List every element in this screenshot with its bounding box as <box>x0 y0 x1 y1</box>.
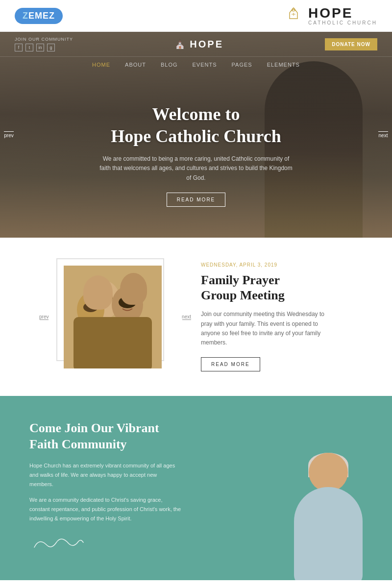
hero-nav-left: JOIN OUR COMMUNITY f t in g <box>15 37 73 51</box>
hero-content: Welcome toHope Catholic Church We are co… <box>0 73 392 238</box>
instagram-icon[interactable]: in <box>36 44 44 51</box>
svg-point-8 <box>93 290 113 305</box>
hero-prev-button[interactable]: prev <box>4 131 14 138</box>
community-signature <box>29 533 181 556</box>
nav-events[interactable]: EVENTS <box>193 62 217 68</box>
nav-pages[interactable]: PAGES <box>232 62 252 68</box>
events-photo-svg <box>64 266 162 368</box>
hero-logo-icon: ⛪ <box>174 39 187 49</box>
person-body <box>294 487 363 580</box>
svg-point-10 <box>83 302 98 312</box>
hero-nav-logo: ⛪ HOPE <box>174 39 223 50</box>
church-logo: HOPE CATHOLIC CHURCH <box>284 6 377 25</box>
nav-home[interactable]: HOME <box>92 62 110 68</box>
event-title: Family PrayerGroup Meeting <box>201 272 328 303</box>
community-section: Come Join Our VibrantFaith Community Hop… <box>0 396 392 580</box>
church-logo-icon <box>284 6 303 25</box>
svg-rect-7 <box>74 317 152 368</box>
event-date: WEDNESDAY, APRIL 3, 2019 <box>201 262 328 268</box>
hero-subtitle: We are committed to being a more caring,… <box>98 154 294 183</box>
hero-prev-label: prev <box>4 133 13 138</box>
community-person-photo <box>245 443 392 580</box>
join-community-label: JOIN OUR COMMUNITY <box>15 37 73 42</box>
community-content: Come Join Our VibrantFaith Community Hop… <box>0 396 206 580</box>
event-next-label: next <box>182 314 191 319</box>
community-text-1: Hope Church has an extremely vibrant com… <box>29 461 181 489</box>
svg-point-9 <box>119 296 136 308</box>
events-content: WEDNESDAY, APRIL 3, 2019 Family PrayerGr… <box>201 262 328 371</box>
events-image-container: prev next <box>64 266 172 368</box>
hero-section: JOIN OUR COMMUNITY f t in g ⛪ HOPE DONAT… <box>0 32 392 238</box>
hero-cta-button[interactable]: READ MORE <box>167 193 226 207</box>
hero-logo-text: HOPE <box>190 39 223 50</box>
person-silhouette <box>274 453 382 580</box>
blog-section: Our Blog <box>0 580 392 588</box>
nav-elements[interactable]: ELEMENTS <box>267 62 300 68</box>
church-name-hope: HOPE <box>308 6 377 20</box>
church-name-sub: CATHOLIC CHURCH <box>308 20 377 25</box>
events-image <box>64 266 162 368</box>
event-prev-line <box>40 319 49 320</box>
hero-title: Welcome toHope Catholic Church <box>111 103 281 147</box>
hero-next-button[interactable]: next <box>378 131 388 138</box>
event-description: Join our community meeting this Wednesda… <box>201 310 328 347</box>
social-icons-group: f t in g <box>15 44 73 51</box>
google-icon[interactable]: g <box>47 44 55 51</box>
event-read-more-button[interactable]: READ MORE <box>201 357 260 371</box>
top-brand-bar: ZEMEZ HOPE CATHOLIC CHURCH <box>0 0 392 32</box>
twitter-icon[interactable]: t <box>25 44 33 51</box>
zemez-logo[interactable]: ZEMEZ <box>15 8 63 24</box>
nav-blog[interactable]: BLOG <box>161 62 178 68</box>
community-text-2: We are a community dedicated to Christ's… <box>29 495 181 523</box>
hero-nav: JOIN OUR COMMUNITY f t in g ⛪ HOPE DONAT… <box>0 32 392 57</box>
hero-next-label: next <box>379 133 388 138</box>
donate-button[interactable]: DONATE NOW <box>325 38 377 50</box>
event-next-button[interactable]: next <box>182 314 191 320</box>
event-prev-label: prev <box>39 314 49 319</box>
main-nav: HOME ABOUT BLOG EVENTS PAGES ELEMENTS <box>0 57 392 73</box>
signature-svg <box>29 533 88 552</box>
church-logo-text: HOPE CATHOLIC CHURCH <box>308 6 377 25</box>
person-head <box>309 453 348 492</box>
community-title: Come Join Our VibrantFaith Community <box>29 420 181 452</box>
event-next-line <box>182 319 191 320</box>
events-section: prev next WEDNESDAY, APRIL 3, 2019 Famil… <box>0 238 392 396</box>
nav-about[interactable]: ABOUT <box>125 62 146 68</box>
facebook-icon[interactable]: f <box>15 44 23 51</box>
hero-prev-line <box>4 131 14 132</box>
event-prev-button[interactable]: prev <box>39 314 49 320</box>
hero-next-line <box>378 131 388 132</box>
events-people-photo <box>64 266 162 368</box>
